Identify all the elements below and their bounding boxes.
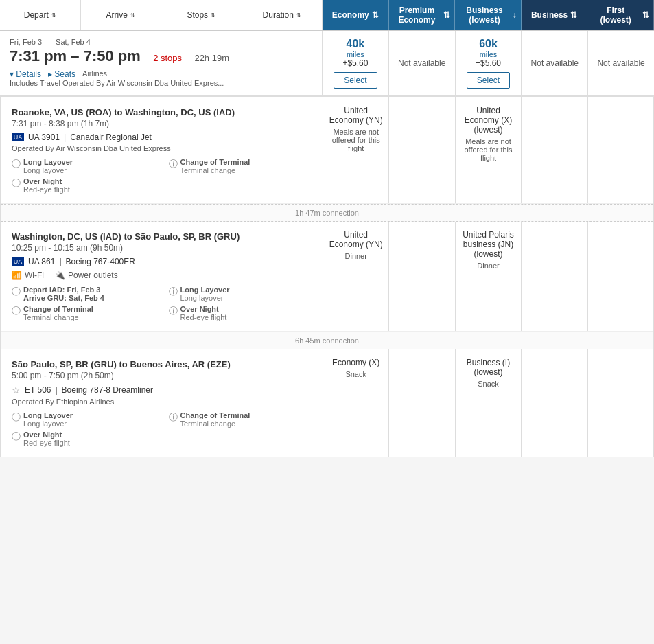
- power-icon: 🔌: [55, 271, 65, 280]
- fare-cell-business-lowest: 60k miles +$5.60 Select: [456, 31, 522, 95]
- seg1-fare-economy-note: Meals are not offered for this flight: [329, 128, 383, 152]
- itinerary-summary: Fri, Feb 3 Sat, Feb 4 7:31 pm – 7:50 pm …: [0, 31, 654, 97]
- seg1-warning2-desc: Terminal change: [180, 166, 250, 174]
- seg3-fare-business-low: Business (I) (lowest) Snack: [456, 349, 522, 457]
- seg2-aircraft: Boeing 767-400ER: [66, 257, 135, 266]
- seg1-route: Roanoke, VA, US (ROA) to Washington, DC,…: [12, 107, 312, 117]
- seg2-fare-business-low: United Polaris business (JN) (lowest) Di…: [456, 222, 522, 331]
- seg2-w4-icon: ⓘ: [169, 305, 178, 317]
- seg3-w1-desc: Long layover: [23, 419, 73, 428]
- seg1-warning-3: ⓘ Over NightRed-eye flight: [12, 177, 155, 194]
- col-arrive-label: Arrive: [106, 10, 128, 20]
- seg3-fare-first: [588, 349, 653, 457]
- flight-segment-3: São Paulo, SP, BR (GRU) to Buenos Aires,…: [1, 349, 653, 457]
- duration: 22h 19m: [194, 53, 229, 63]
- col-arrive[interactable]: Arrive ⇅: [81, 0, 162, 30]
- header-left-cols: Depart ⇅ Arrive ⇅ Stops ⇅ Duration ⇅: [0, 0, 323, 30]
- col-stops[interactable]: Stops ⇅: [161, 0, 242, 30]
- seg1-warning-2: ⓘ Change of TerminalTerminal change: [169, 158, 312, 174]
- fare-col-business-lowest[interactable]: Business (lowest) ↓: [455, 0, 522, 30]
- business-lowest-select-button[interactable]: Select: [467, 72, 510, 89]
- fare-premium-sort[interactable]: ⇅: [443, 10, 450, 20]
- fare-business-label: Business: [531, 10, 568, 20]
- seg3-w2-icon: ⓘ: [169, 411, 178, 424]
- seg2-amenities: 📶 Wi-Fi 🔌 Power outlets: [12, 271, 312, 280]
- seg2-fare-business: [522, 222, 587, 331]
- seg2-overnight-desc: Red-eye flight: [180, 313, 227, 321]
- seg2-fare-first: [588, 222, 653, 331]
- seg3-w2-desc: Terminal change: [180, 419, 250, 428]
- seg2-terminal-label: Change of Terminal: [23, 305, 93, 313]
- business-lowest-price: +$5.60: [476, 58, 501, 68]
- col-depart[interactable]: Depart ⇅: [0, 0, 81, 30]
- seg1-warnings: ⓘ Long LayoverLong layover ⓘ Change of T…: [12, 158, 312, 194]
- flight-info-2: Washington, DC, US (IAD) to São Paulo, S…: [1, 222, 323, 331]
- depart-time: 7:31 pm: [10, 47, 67, 65]
- fare-premium-label: Premium Economy: [393, 5, 441, 25]
- col-stops-label: Stops: [187, 10, 208, 20]
- fare-col-premium[interactable]: Premium Economy ⇅: [389, 0, 456, 30]
- connection-bar-1: 1h 47m connection: [1, 204, 653, 222]
- depart-date: Fri, Feb 3: [10, 38, 42, 46]
- seg2-airline-flag: UA: [12, 257, 24, 266]
- seg1-time: 7:31 pm - 8:38 pm (1h 7m): [12, 119, 312, 128]
- seg3-route: São Paulo, SP, BR (GRU) to Buenos Aires,…: [12, 359, 312, 369]
- seg3-airline-flag: ☆: [12, 384, 21, 395]
- seg2-fare-economy-note: Dinner: [329, 252, 383, 260]
- summary-actions: ▾ Details ▸ Seats Airlines: [10, 69, 312, 79]
- seg1-airline-flag: UA: [12, 133, 24, 141]
- seg3-flight-row: ☆ ET 506 | Boeing 787-8 Dreamliner: [12, 384, 312, 395]
- seg2-terminal-desc: Terminal change: [23, 313, 93, 321]
- seg3-w1-label: Long Layover: [23, 411, 73, 419]
- seg2-w2-icon: ⓘ: [169, 286, 178, 298]
- depart-sort-icon[interactable]: ⇅: [51, 12, 56, 19]
- seg2-warning-overnight: ⓘ Over NightRed-eye flight: [169, 305, 312, 321]
- summary-includes: Includes Travel Operated By Air Wisconsi…: [10, 79, 312, 87]
- arrive-date: Sat, Feb 4: [56, 38, 91, 46]
- fare-economy-label: Economy: [332, 10, 369, 20]
- stops-sort-icon[interactable]: ⇅: [211, 12, 215, 19]
- economy-miles: 40k: [347, 38, 365, 50]
- summary-times: 7:31 pm – 7:50 pm 2 stops 22h 19m: [10, 47, 312, 65]
- seg1-flight-number: UA 3901: [28, 133, 60, 142]
- summary-left: Fri, Feb 3 Sat, Feb 4 7:31 pm – 7:50 pm …: [0, 31, 323, 95]
- seg3-fare-economy: Economy (X) Snack: [323, 349, 389, 457]
- fare-cell-premium: Not available: [389, 31, 456, 95]
- seg2-wifi: 📶 Wi-Fi: [12, 271, 44, 280]
- seats-link[interactable]: ▸ Seats: [48, 69, 75, 79]
- seg3-fare-economy-class: Economy (X): [329, 358, 383, 367]
- seg2-arrive-label: Arrive GRU: Sat, Feb 4: [23, 294, 104, 302]
- seg1-fare-first: [588, 97, 653, 203]
- duration-sort-icon[interactable]: ⇅: [296, 12, 301, 19]
- seg2-power: 🔌 Power outlets: [55, 271, 118, 280]
- details-link[interactable]: ▾ Details: [10, 69, 41, 79]
- col-duration[interactable]: Duration ⇅: [242, 0, 323, 30]
- time-separator: –: [71, 47, 83, 65]
- fare-col-economy[interactable]: Economy ⇅: [323, 0, 389, 30]
- flight-info-1: Roanoke, VA, US (ROA) to Washington, DC,…: [1, 97, 323, 203]
- first-not-available: Not available: [597, 58, 644, 68]
- seg1-fare-business: [522, 97, 587, 203]
- seg1-flight-row: UA UA 3901 | Canadair Regional Jet: [12, 133, 312, 142]
- seg1-warning1-label: Long Layover: [23, 158, 73, 166]
- seg1-warning3-icon: ⓘ: [12, 177, 21, 189]
- fare-col-first[interactable]: First (lowest) ⇅: [587, 0, 654, 30]
- fare-business-sort[interactable]: ⇅: [570, 10, 577, 20]
- seg3-operated-by: Operated By Ethiopian Airlines: [12, 398, 312, 406]
- fare-economy-sort[interactable]: ⇅: [372, 10, 379, 20]
- fare-col-business[interactable]: Business ⇅: [522, 0, 588, 30]
- business-lowest-miles-label: miles: [480, 50, 498, 58]
- seg2-warning-terminal: ⓘ Change of TerminalTerminal change: [12, 305, 155, 321]
- seg1-aircraft: Canadair Regional Jet: [70, 133, 152, 142]
- summary-dates: Fri, Feb 3 Sat, Feb 4: [10, 38, 312, 46]
- connection-2-text: 6h 45m connection: [295, 336, 359, 345]
- fare-first-sort[interactable]: ⇅: [642, 10, 649, 20]
- arrive-sort-icon[interactable]: ⇅: [130, 12, 135, 19]
- seg3-time: 5:00 pm - 7:50 pm (2h 50m): [12, 371, 312, 380]
- seg3-w3-label: Over Night: [23, 430, 70, 439]
- economy-select-button[interactable]: Select: [334, 72, 377, 89]
- seg3-w3-icon: ⓘ: [12, 430, 21, 443]
- business-lowest-miles: 60k: [479, 38, 498, 50]
- fare-business-lowest-sort[interactable]: ↓: [513, 10, 517, 20]
- seg3-fare-bl-class: Business (I) (lowest): [461, 358, 515, 377]
